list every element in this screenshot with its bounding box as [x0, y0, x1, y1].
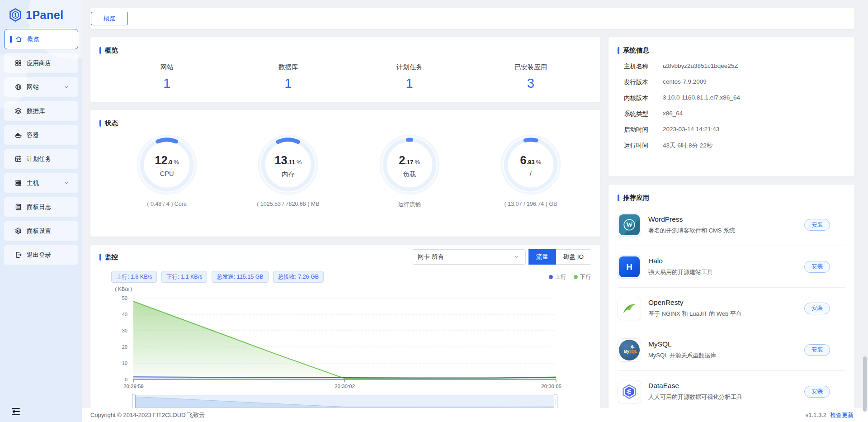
sidebar-item-panel-logs[interactable]: 面板日志	[4, 197, 78, 217]
host-icon	[14, 179, 22, 187]
app-row-wordpress: W WordPress 著名的开源博客软件和 CMS 系统 安装	[618, 204, 845, 246]
logout-icon	[14, 251, 22, 259]
app-name: MySQL	[648, 340, 716, 348]
status-card: 状态	[90, 110, 600, 237]
svg-text:SQL: SQL	[629, 349, 637, 354]
traffic-badge: 下行: 1.1 KB/s	[161, 271, 207, 283]
system-info-card-title: 系统信息	[618, 46, 845, 55]
datazoom-handle-right[interactable]	[554, 394, 557, 408]
collapse-sidebar-icon[interactable]	[11, 407, 21, 417]
check-update-link[interactable]: 检查更新	[830, 411, 854, 419]
system-info-card: 系统信息 主机名称 iZ8vbbyz2u3851c1bqee25Z	[609, 37, 854, 176]
datazoom-slider[interactable]	[133, 395, 556, 408]
main-content: 概览 概览 网站	[82, 0, 868, 408]
overview-card: 概览 网站 1 数据库	[90, 37, 600, 102]
stat-databases[interactable]: 数据库 1	[227, 63, 349, 91]
monitor-card-title: 监控	[99, 253, 118, 261]
sidebar: 1 1Panel 概览 应用商店	[0, 0, 82, 422]
app-row-dataease: DataEase 人人可用的开源数据可视化分析工具 安装	[618, 370, 845, 408]
halo-icon: H	[618, 255, 641, 279]
nic-select[interactable]: 网卡 所有	[412, 249, 526, 265]
svg-text:1: 1	[14, 12, 17, 19]
chevron-down-icon	[63, 180, 69, 186]
gauge-load: 2.17% 负载 运行流畅	[349, 133, 470, 209]
app-row-mysql: MySQL MySQL MySQL 开源关系型数据库 安装	[618, 329, 845, 370]
app-description: 强大易用的开源建站工具	[648, 268, 713, 276]
traffic-chart: ( KB/s )0102030405020:29:5920:30:0220:30…	[99, 284, 591, 389]
logo-text: 1Panel	[26, 9, 64, 22]
svg-text:50: 50	[122, 295, 127, 301]
svg-text:30: 30	[122, 328, 127, 333]
system-info-row: 运行时间 43天 6时 8分 22秒	[618, 142, 845, 150]
app-name: DataEase	[648, 382, 742, 390]
sidebar-item-overview[interactable]: 概览	[4, 29, 78, 49]
status-card-title: 状态	[99, 119, 591, 128]
app-window: 1 1Panel 概览 应用商店	[0, 0, 868, 422]
recommended-apps-card: 推荐应用 W WordPress 著名的开源博客软件和 CMS 系统	[609, 185, 854, 408]
gauge-caption: ( 1025.53 / 7820.68 ) MB	[227, 201, 349, 207]
sidebar-item-container[interactable]: 容器	[4, 125, 78, 145]
app-row-halo: H Halo 强大易用的开源建站工具 安装	[618, 246, 845, 287]
app-description: 基于 NGINX 和 LuaJIT 的 Web 平台	[648, 310, 742, 318]
traffic-badges: 上行: 1.6 KB/s 下行: 1.1 KB/s 总发送: 115.15 GB…	[111, 271, 324, 283]
install-button[interactable]: 安装	[804, 219, 830, 231]
chevron-down-icon	[514, 254, 520, 260]
recommended-apps-card-title: 推荐应用	[618, 194, 845, 202]
appstore-icon	[14, 59, 22, 67]
install-button[interactable]: 安装	[804, 261, 830, 273]
gauge-value: 12.0%	[135, 154, 198, 167]
system-info-row: 启动时间 2023-03-14 14:21:43	[618, 126, 845, 134]
overview-stats: 网站 1 数据库 1 计划任务	[99, 63, 591, 91]
app-name: WordPress	[648, 215, 735, 223]
install-button[interactable]: 安装	[804, 386, 830, 398]
svg-text:H: H	[626, 262, 632, 271]
datazoom-handle-left[interactable]	[132, 394, 136, 408]
sidebar-item-website[interactable]: 网站	[4, 77, 78, 97]
app-description: 人人可用的开源数据可视化分析工具	[648, 393, 742, 401]
mode-button-disk-io[interactable]: 磁盘 IO	[556, 249, 591, 265]
install-button[interactable]: 安装	[804, 344, 830, 356]
legend-item-[interactable]: 上行	[549, 273, 566, 281]
sidebar-item-logout[interactable]: 退出登录	[4, 245, 78, 265]
svg-text:20:30:05: 20:30:05	[541, 384, 561, 389]
active-indicator	[10, 36, 12, 43]
traffic-badge: 上行: 1.6 KB/s	[111, 271, 157, 283]
datazoom-preview	[134, 394, 557, 408]
system-info-rows: 主机名称 iZ8vbbyz2u3851c1bqee25Z 发行版本 centos…	[618, 62, 845, 150]
monitor-mode-group: 流量 磁盘 IO	[528, 249, 591, 265]
svg-text:20: 20	[122, 344, 127, 350]
traffic-badge: 总接收: 7.26 GB	[273, 271, 324, 283]
app-name: Halo	[648, 257, 713, 265]
chart-legend: 上行 下行	[549, 273, 591, 281]
container-icon	[14, 131, 22, 139]
stat-websites[interactable]: 网站 1	[106, 63, 227, 91]
mysql-icon: MySQL	[618, 338, 641, 362]
gauge-label: CPU	[135, 170, 198, 177]
gauge-value: 2.17%	[378, 154, 441, 167]
dataease-icon	[618, 380, 641, 403]
gauge-label: 负载	[378, 170, 441, 179]
sidebar-item-host[interactable]: 主机	[4, 173, 78, 193]
footer: Copyright © 2014-2023 FIT2CLOUD 飞致云 v1.1…	[82, 408, 868, 422]
sidebar-item-database[interactable]: 数据库	[4, 101, 78, 121]
gauge-caption: 运行流畅	[349, 201, 470, 209]
overview-card-title: 概览	[99, 46, 591, 55]
main-area: 概览 概览 网站	[82, 0, 868, 422]
stat-installed-apps[interactable]: 已安装应用 3	[470, 63, 591, 91]
sidebar-item-settings[interactable]: 面板设置	[4, 221, 78, 241]
svg-text:W: W	[626, 221, 633, 228]
database-icon	[14, 107, 22, 115]
sidebar-item-appstore[interactable]: 应用商店	[4, 53, 78, 73]
mode-button-traffic[interactable]: 流量	[528, 249, 556, 265]
legend-item-[interactable]: 下行	[574, 273, 591, 281]
sidebar-item-cronjob[interactable]: 计划任务	[4, 149, 78, 169]
tab-overview[interactable]: 概览	[91, 12, 128, 25]
legend-dot	[574, 275, 578, 279]
monitor-card: 监控 网卡 所有	[90, 245, 600, 408]
wordpress-icon: W	[618, 213, 641, 237]
stat-cronjobs[interactable]: 计划任务 1	[349, 63, 470, 91]
app-logo[interactable]: 1 1Panel	[0, 0, 82, 24]
install-button[interactable]: 安装	[804, 303, 830, 314]
svg-text:( KB/s ): ( KB/s )	[115, 286, 132, 292]
page-scrollbar-thumb[interactable]	[863, 356, 867, 412]
